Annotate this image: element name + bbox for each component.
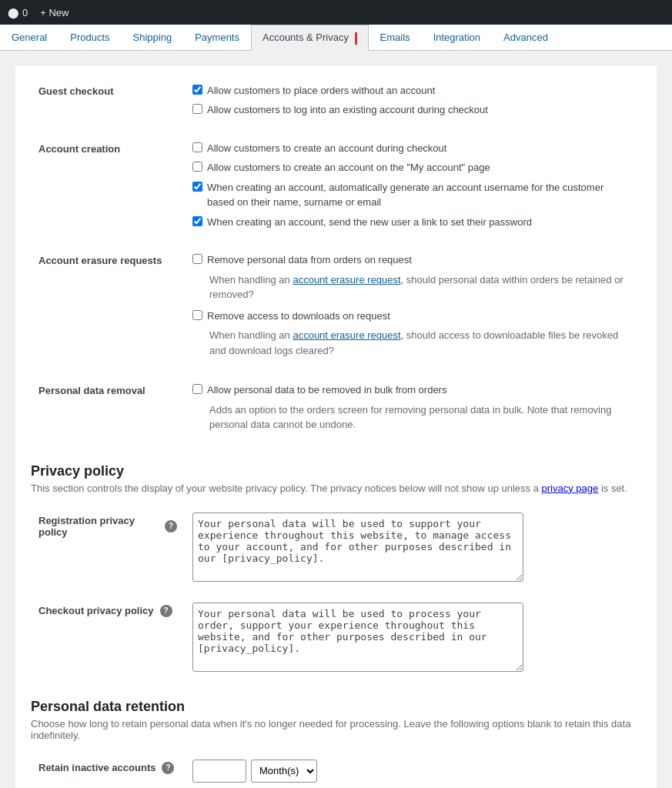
account-erasure-label: Account erasure requests <box>31 243 185 373</box>
retain-inactive-th: Retain inactive accounts ? <box>31 750 185 788</box>
account-erasure-option2[interactable]: Remove access to downloads on request <box>192 309 634 324</box>
personal-data-removal-desc: Adds an option to the orders screen for … <box>209 402 634 432</box>
personal-data-removal-options: Allow personal data to be removed in bul… <box>185 373 641 448</box>
privacy-policy-desc: This section controls the display of you… <box>31 482 641 494</box>
new-label: + New <box>40 7 69 18</box>
personal-data-removal-row: Personal data removal Allow personal dat… <box>31 373 641 448</box>
retain-inactive-row: Retain inactive accounts ? N/A Month(s) … <box>31 750 641 788</box>
account-erasure-link1[interactable]: account erasure request <box>293 274 400 285</box>
account-erasure-option1[interactable]: Remove personal data from orders on requ… <box>192 252 634 268</box>
account-creation-option4[interactable]: When creating an account, send the new u… <box>192 215 634 230</box>
registration-privacy-label-wrap: Registration privacy policy ? <box>38 515 177 538</box>
data-retention-section: Personal data retention Choose how long … <box>31 699 641 788</box>
tab-payments[interactable]: Payments <box>183 25 251 50</box>
guest-checkout-option2[interactable]: Allow customers to log into an existing … <box>192 102 634 118</box>
account-erasure-checkbox1[interactable] <box>192 254 202 264</box>
privacy-policy-title: Privacy policy <box>31 463 641 479</box>
checkout-privacy-help-icon[interactable]: ? <box>160 605 172 617</box>
retain-inactive-label: Retain inactive accounts <box>38 762 155 773</box>
registration-privacy-row: Registration privacy policy ? Your perso… <box>31 503 641 593</box>
checkout-privacy-label: Checkout privacy policy <box>38 605 154 616</box>
tab-products[interactable]: Products <box>59 25 121 50</box>
guest-checkout-options: Allow customers to place orders without … <box>185 74 641 132</box>
personal-data-removal-label: Personal data removal <box>31 373 185 448</box>
checkout-privacy-label-wrap: Checkout privacy policy ? <box>38 605 177 617</box>
tab-emails[interactable]: Emails <box>369 25 422 50</box>
retain-inactive-label-wrap: Retain inactive accounts ? <box>38 762 177 774</box>
registration-privacy-help-icon[interactable]: ? <box>165 520 177 533</box>
retain-inactive-help-icon[interactable]: ? <box>162 762 174 774</box>
privacy-policy-table: Registration privacy policy ? Your perso… <box>31 503 641 683</box>
account-creation-option1[interactable]: Allow customers to create an account dur… <box>192 141 634 156</box>
tab-advanced[interactable]: Advanced <box>492 25 560 50</box>
admin-bar-new[interactable]: + New <box>40 7 69 18</box>
tab-shipping[interactable]: Shipping <box>122 25 184 50</box>
account-erasure-desc2: When handling an account erasure request… <box>209 328 634 358</box>
registration-privacy-td: Your personal data will be used to suppo… <box>185 503 641 593</box>
tab-integration[interactable]: Integration <box>422 25 492 50</box>
retain-inactive-td: N/A Month(s) Day(s) Year(s) <box>185 750 641 788</box>
data-retention-table: Retain inactive accounts ? N/A Month(s) … <box>31 750 641 788</box>
account-creation-option3[interactable]: When creating an account, automatically … <box>192 180 634 210</box>
account-creation-label: Account creation <box>31 132 185 244</box>
account-creation-checkbox2[interactable] <box>192 162 202 172</box>
registration-privacy-textarea[interactable]: Your personal data will be used to suppo… <box>192 513 523 582</box>
account-creation-checkbox1[interactable] <box>192 142 202 152</box>
admin-bar-counter: 0 <box>22 7 28 18</box>
settings-wrap: General Products Shipping Payments Accou… <box>0 25 672 788</box>
form-table: Guest checkout Allow customers to place … <box>31 74 641 448</box>
settings-content: Guest checkout Allow customers to place … <box>0 51 672 788</box>
personal-data-removal-checkbox1[interactable] <box>192 384 202 394</box>
tab-accounts-privacy[interactable]: Accounts & Privacy <box>251 25 369 50</box>
registration-privacy-label: Registration privacy policy <box>38 515 159 538</box>
data-retention-desc: Choose how long to retain personal data … <box>31 718 641 741</box>
circle-icon: ⬤ <box>8 7 19 18</box>
registration-privacy-th: Registration privacy policy ? <box>31 503 185 593</box>
guest-checkout-option1[interactable]: Allow customers to place orders without … <box>192 83 634 98</box>
admin-bar: ⬤ 0 + New <box>0 0 672 25</box>
checkout-privacy-td: Your personal data will be used to proce… <box>185 593 641 683</box>
account-erasure-link2[interactable]: account erasure request <box>293 329 400 341</box>
account-erasure-checkbox2[interactable] <box>192 310 202 320</box>
checkout-privacy-textarea[interactable]: Your personal data will be used to proce… <box>192 603 523 672</box>
account-creation-option2[interactable]: Allow customers to create an account on … <box>192 160 634 175</box>
settings-form: Guest checkout Allow customers to place … <box>15 66 657 788</box>
tab-general[interactable]: General <box>0 25 59 50</box>
settings-tabs: General Products Shipping Payments Accou… <box>0 25 672 51</box>
account-erasure-row: Account erasure requests Remove personal… <box>31 243 641 373</box>
checkout-privacy-th: Checkout privacy policy ? <box>31 593 185 683</box>
guest-checkout-checkbox2[interactable] <box>192 104 202 114</box>
account-creation-checkbox4[interactable] <box>192 216 202 226</box>
account-erasure-options: Remove personal data from orders on requ… <box>185 243 641 373</box>
privacy-policy-section: Privacy policy This section controls the… <box>31 463 641 683</box>
account-erasure-desc1: When handling an account erasure request… <box>209 272 634 302</box>
data-retention-title: Personal data retention <box>31 699 641 715</box>
guest-checkout-label: Guest checkout <box>31 74 185 132</box>
privacy-page-link[interactable]: privacy page <box>542 482 599 494</box>
checkout-privacy-row: Checkout privacy policy ? Your personal … <box>31 593 641 683</box>
admin-bar-circle[interactable]: ⬤ 0 <box>8 7 28 18</box>
guest-checkout-row: Guest checkout Allow customers to place … <box>31 74 641 132</box>
account-creation-options: Allow customers to create an account dur… <box>185 132 641 244</box>
retain-inactive-input[interactable]: N/A <box>192 760 246 783</box>
active-tab-indicator <box>355 32 357 45</box>
account-creation-row: Account creation Allow customers to crea… <box>31 132 641 244</box>
retain-inactive-controls: N/A Month(s) Day(s) Year(s) <box>192 760 634 783</box>
guest-checkout-checkbox1[interactable] <box>192 85 202 95</box>
personal-data-removal-option1[interactable]: Allow personal data to be removed in bul… <box>192 382 634 398</box>
retain-inactive-select[interactable]: Month(s) Day(s) Year(s) <box>251 760 317 783</box>
account-creation-checkbox3[interactable] <box>192 182 202 192</box>
